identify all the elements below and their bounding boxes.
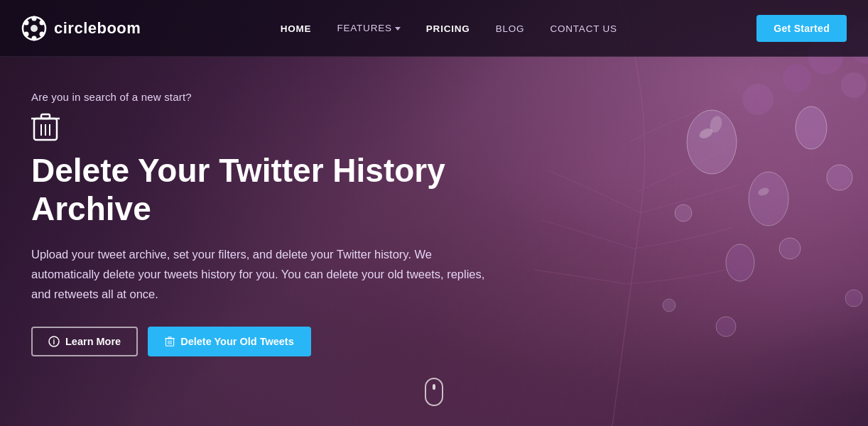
nav-features[interactable]: FEATURES: [337, 23, 400, 33]
nav-blog[interactable]: BLOG: [496, 23, 525, 34]
get-started-button[interactable]: Get Started: [756, 15, 847, 42]
nav-pricing[interactable]: PRICING: [426, 23, 470, 34]
trash-icon: [31, 111, 60, 143]
learn-more-button[interactable]: i Learn More: [31, 327, 138, 356]
hero-buttons: i Learn More Delete Your Old Tweets: [31, 327, 501, 356]
scroll-indicator: [425, 378, 443, 406]
brand-name: circleboom: [54, 19, 141, 38]
svg-point-20: [40, 20, 45, 25]
hero-content: Are you in search of a new start? Delete…: [0, 57, 533, 356]
svg-point-24: [24, 20, 29, 25]
delete-tweets-button[interactable]: Delete Your Old Tweets: [148, 327, 311, 356]
svg-text:i: i: [53, 338, 55, 346]
nav-links: HOME FEATURES PRICING BLOG CONTACT US: [281, 22, 617, 35]
nav-home[interactable]: HOME: [281, 23, 312, 34]
svg-point-22: [32, 36, 37, 40]
svg-point-23: [24, 31, 29, 36]
hero-title: Delete Your Twitter History Archive: [31, 111, 501, 229]
logo-link[interactable]: circleboom: [21, 16, 141, 41]
svg-point-19: [32, 16, 37, 21]
info-icon: i: [48, 336, 60, 347]
svg-point-25: [31, 25, 38, 32]
mouse-icon: [425, 378, 443, 406]
chevron-down-icon: [395, 27, 401, 31]
hero-subtitle: Are you in search of a new start?: [31, 91, 501, 103]
logo-icon: [21, 16, 47, 41]
svg-point-21: [40, 31, 45, 36]
mouse-dot: [433, 384, 435, 390]
nav-contact[interactable]: CONTACT US: [550, 23, 617, 34]
navbar: circleboom HOME FEATURES PRICING BLOG CO…: [0, 0, 868, 57]
hero-description: Upload your tweet archive, set your filt…: [31, 244, 500, 304]
delete-trash-icon: [165, 336, 175, 347]
